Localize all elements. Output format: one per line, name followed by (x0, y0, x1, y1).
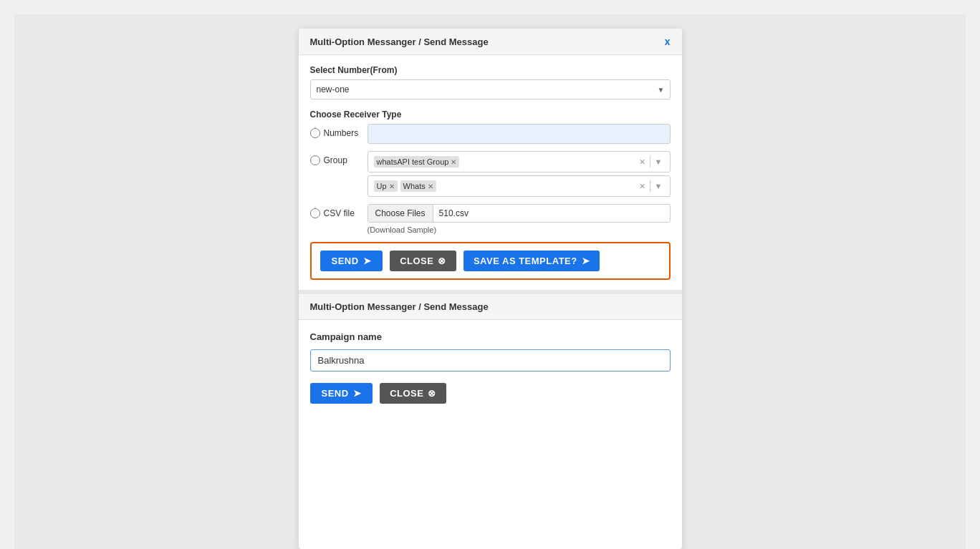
panel1-close-button[interactable]: CLOSE ⊗ (390, 251, 456, 271)
group-row: Group whatsAPI test Group ✕ (310, 151, 671, 197)
panel1-send-label: SEND (332, 256, 359, 266)
numbers-input-area (368, 124, 671, 144)
group-ms2-controls: ✕ ▼ (638, 180, 664, 193)
numbers-radio[interactable] (310, 128, 320, 138)
panel2-send-button[interactable]: SEND ➤ (310, 383, 373, 404)
page-background: Multi-Option Messanger / Send Message x … (14, 14, 966, 549)
ms-separator-2 (650, 180, 650, 192)
download-sample-link[interactable]: (Download Sample) (368, 225, 437, 234)
csv-radio[interactable] (310, 208, 320, 218)
panel2-send-label: SEND (322, 388, 349, 399)
tag-whats-remove[interactable]: ✕ (428, 183, 433, 190)
group-ms2-arrow-icon[interactable]: ▼ (653, 180, 664, 192)
tag-whats: Whats ✕ (400, 180, 436, 192)
csv-filename: 510.csv (433, 205, 474, 222)
tag-whats-label: Whats (403, 182, 426, 190)
panel2-body: Campaign name SEND ➤ CLOSE ⊗ (299, 320, 682, 415)
panel1-save-template-label: SAVE AS TEMPLATE? (474, 256, 577, 266)
panel1-send-icon: ➤ (363, 256, 372, 266)
group-ms1-arrow-icon[interactable]: ▼ (653, 156, 664, 167)
panel2: Multi-Option Messanger / Send Message Ca… (299, 290, 682, 415)
group-multiselect-1[interactable]: whatsAPI test Group ✕ ✕ ▼ (368, 151, 671, 173)
csv-file-input-box: Choose Files 510.csv (368, 204, 671, 223)
panel1-title: Multi-Option Messanger / Send Message (310, 37, 489, 47)
receiver-section: Numbers Group (310, 124, 671, 235)
group-label: Group (324, 155, 347, 165)
csv-label: CSV file (324, 208, 355, 218)
csv-label-wrapper: CSV file (310, 204, 360, 218)
panel1-body: Select Number(From) new-one ▼ Choose Rec… (299, 55, 682, 290)
group-tags-2: Up ✕ Whats ✕ (374, 180, 436, 192)
ms-separator (650, 156, 650, 167)
numbers-row: Numbers (310, 124, 671, 144)
panel2-header: Multi-Option Messanger / Send Message (299, 294, 682, 320)
numbers-label-wrapper: Numbers (310, 124, 360, 138)
tag-up-label: Up (377, 182, 387, 190)
group-label-wrapper: Group (310, 151, 360, 165)
campaign-name-label: Campaign name (310, 331, 671, 342)
panel2-close-icon: ⊗ (428, 388, 436, 399)
panel2-buttons-row: SEND ➤ CLOSE ⊗ (310, 383, 671, 404)
csv-row: CSV file Choose Files 510.csv (Download … (310, 204, 671, 235)
tag-whatsapi: whatsAPI test Group ✕ (374, 156, 460, 167)
group-ms2-clear[interactable]: ✕ (638, 180, 647, 193)
panel1-buttons-row: SEND ➤ CLOSE ⊗ SAVE AS TEMPLATE? ➤ (310, 242, 671, 280)
campaign-name-input[interactable] (310, 349, 671, 371)
group-tags-1: whatsAPI test Group ✕ (374, 156, 460, 167)
choose-files-button[interactable]: Choose Files (368, 205, 433, 222)
tag-up: Up ✕ (374, 180, 398, 192)
group-multiselect-2[interactable]: Up ✕ Whats ✕ ✕ ▼ (368, 175, 671, 197)
numbers-label: Numbers (324, 128, 359, 138)
panel1-close-label: CLOSE (400, 256, 433, 266)
panel1-save-template-button[interactable]: SAVE AS TEMPLATE? ➤ (463, 251, 600, 271)
panel2-send-icon: ➤ (353, 388, 362, 399)
tag-up-remove[interactable]: ✕ (389, 183, 395, 190)
panel2-close-button[interactable]: CLOSE ⊗ (380, 383, 446, 404)
tag-whatsapi-remove[interactable]: ✕ (451, 158, 456, 166)
main-panel: Multi-Option Messanger / Send Message x … (299, 29, 682, 549)
choose-receiver-label: Choose Receiver Type (310, 110, 671, 120)
group-ms1-clear[interactable]: ✕ (638, 156, 647, 168)
select-number-dropdown[interactable]: new-one (310, 79, 671, 99)
numbers-input[interactable] (368, 124, 671, 144)
tag-whatsapi-label: whatsAPI test Group (377, 157, 449, 166)
panel1-close-x-button[interactable]: x (665, 36, 671, 47)
group-input-area: whatsAPI test Group ✕ ✕ ▼ (368, 151, 671, 197)
panel1-header: Multi-Option Messanger / Send Message x (299, 29, 682, 55)
panel2-close-label: CLOSE (390, 388, 423, 399)
panel1-send-button[interactable]: SEND ➤ (320, 251, 383, 271)
panel2-title: Multi-Option Messanger / Send Message (310, 301, 489, 312)
select-number-wrapper: new-one ▼ (310, 79, 671, 99)
panel1-close-icon: ⊗ (438, 256, 446, 266)
select-number-label: Select Number(From) (310, 65, 671, 75)
panel1-save-template-icon: ➤ (582, 256, 590, 266)
group-radio[interactable] (310, 155, 320, 165)
csv-file-area: Choose Files 510.csv (Download Sample) (368, 204, 671, 235)
group-ms1-controls: ✕ ▼ (638, 156, 664, 168)
